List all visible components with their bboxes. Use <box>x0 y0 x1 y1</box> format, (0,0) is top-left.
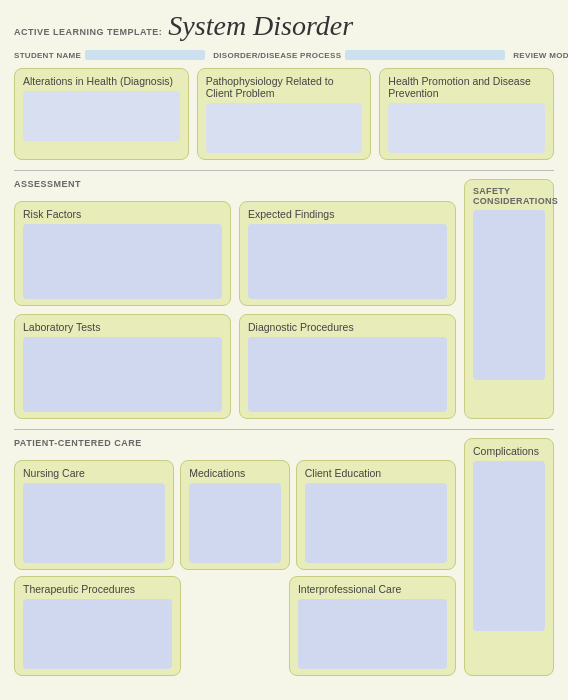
medications-content[interactable] <box>189 483 280 563</box>
pcc-bottom-row: Therapeutic Procedures Interprofessional… <box>14 576 456 676</box>
therapeutic-procedures-box: Therapeutic Procedures <box>14 576 181 676</box>
pcc-spacer <box>187 576 283 676</box>
alterations-box: Alterations in Health (Diagnosis) <box>14 68 189 160</box>
pcc-main: PATIENT-CENTERED CARE Nursing Care Medic… <box>14 438 456 676</box>
diagnostic-procedures-box: Diagnostic Procedures <box>239 314 456 419</box>
assessment-main: ASSESSMENT Risk Factors Expected Finding… <box>14 179 456 419</box>
assessment-section-label: ASSESSMENT <box>14 179 81 189</box>
diagnostic-procedures-content[interactable] <box>248 337 447 412</box>
client-education-box: Client Education <box>296 460 456 570</box>
complications-col: Complications <box>464 438 554 676</box>
safety-title: SAFETY CONSIDERATIONS <box>473 186 545 206</box>
student-name-group: STUDENT NAME <box>14 50 205 60</box>
complications-content[interactable] <box>473 461 545 631</box>
risk-factors-box: Risk Factors <box>14 201 231 306</box>
disorder-input[interactable] <box>345 50 505 60</box>
health-promotion-title: Health Promotion and Disease Prevention <box>388 75 545 99</box>
page-title: System Disorder <box>168 10 353 42</box>
student-name-label: STUDENT NAME <box>14 51 81 60</box>
top-boxes: Alterations in Health (Diagnosis) Pathop… <box>14 68 554 160</box>
medications-title: Medications <box>189 467 280 479</box>
pcc-section: PATIENT-CENTERED CARE Nursing Care Medic… <box>14 438 554 676</box>
health-promotion-box: Health Promotion and Disease Prevention <box>379 68 554 160</box>
laboratory-tests-content[interactable] <box>23 337 222 412</box>
therapeutic-procedures-title: Therapeutic Procedures <box>23 583 172 595</box>
fields-row: STUDENT NAME DISORDER/DISEASE PROCESS RE… <box>14 50 554 60</box>
disorder-label: DISORDER/DISEASE PROCESS <box>213 51 341 60</box>
assessment-grid: Risk Factors Expected Findings Laborator… <box>14 201 456 419</box>
pathophysiology-box: Pathophysiology Related to Client Proble… <box>197 68 372 160</box>
alterations-content[interactable] <box>23 91 180 141</box>
therapeutic-procedures-content[interactable] <box>23 599 172 669</box>
pathophysiology-title: Pathophysiology Related to Client Proble… <box>206 75 363 99</box>
pcc-top-row: Nursing Care Medications Client Educatio… <box>14 460 456 570</box>
page: ACTIVE LEARNING TEMPLATE: System Disorde… <box>0 0 568 700</box>
student-name-input[interactable] <box>85 50 205 60</box>
template-label: ACTIVE LEARNING TEMPLATE: <box>14 27 162 37</box>
client-education-content[interactable] <box>305 483 447 563</box>
expected-findings-title: Expected Findings <box>248 208 447 220</box>
review-label: REVIEW MODULE CHAPTER <box>513 51 568 60</box>
expected-findings-box: Expected Findings <box>239 201 456 306</box>
disorder-group: DISORDER/DISEASE PROCESS <box>213 50 505 60</box>
safety-content[interactable] <box>473 210 545 380</box>
divider-1 <box>14 170 554 171</box>
diagnostic-procedures-title: Diagnostic Procedures <box>248 321 447 333</box>
health-promotion-content[interactable] <box>388 103 545 153</box>
medications-box: Medications <box>180 460 289 570</box>
nursing-care-content[interactable] <box>23 483 165 563</box>
risk-factors-content[interactable] <box>23 224 222 299</box>
laboratory-tests-title: Laboratory Tests <box>23 321 222 333</box>
laboratory-tests-box: Laboratory Tests <box>14 314 231 419</box>
complications-box: Complications <box>464 438 554 676</box>
header: ACTIVE LEARNING TEMPLATE: System Disorde… <box>14 10 554 42</box>
interprofessional-care-box: Interprofessional Care <box>289 576 456 676</box>
pcc-section-label: PATIENT-CENTERED CARE <box>14 438 142 448</box>
pcc-layout: PATIENT-CENTERED CARE Nursing Care Medic… <box>14 438 554 676</box>
risk-factors-title: Risk Factors <box>23 208 222 220</box>
alterations-title: Alterations in Health (Diagnosis) <box>23 75 180 87</box>
interprofessional-care-content[interactable] <box>298 599 447 669</box>
safety-col: SAFETY CONSIDERATIONS <box>464 179 554 419</box>
divider-2 <box>14 429 554 430</box>
complications-title: Complications <box>473 445 545 457</box>
safety-box: SAFETY CONSIDERATIONS <box>464 179 554 419</box>
nursing-care-title: Nursing Care <box>23 467 165 479</box>
assessment-layout: ASSESSMENT Risk Factors Expected Finding… <box>14 179 554 419</box>
expected-findings-content[interactable] <box>248 224 447 299</box>
interprofessional-care-title: Interprofessional Care <box>298 583 447 595</box>
pathophysiology-content[interactable] <box>206 103 363 153</box>
client-education-title: Client Education <box>305 467 447 479</box>
review-group: REVIEW MODULE CHAPTER <box>513 50 568 60</box>
nursing-care-box: Nursing Care <box>14 460 174 570</box>
